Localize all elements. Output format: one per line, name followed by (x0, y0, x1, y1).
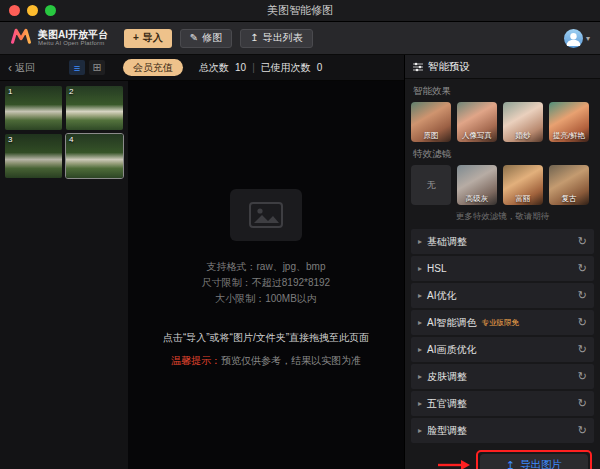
section-facial-features[interactable]: ▸ 五官调整 ↻ (411, 391, 594, 416)
total-count-label: 总次数 (199, 61, 229, 75)
thumbnail-index: 3 (8, 135, 12, 144)
zoom-window-button[interactable] (45, 5, 56, 16)
import-button[interactable]: + 导入 (124, 29, 172, 48)
reset-icon[interactable]: ↻ (578, 289, 587, 302)
annotation-highlight-box: ↥ 导出图片 (476, 450, 592, 469)
smart-effects-row: 原图 人像写真 婚纱 提亮/鲜艳 (411, 102, 594, 142)
smart-effects-label: 智能效果 (413, 85, 592, 98)
filter-tile-advanced-gray[interactable]: 高级灰 (457, 165, 497, 205)
chevron-right-icon: ▸ (418, 372, 422, 381)
chevron-right-icon: ▸ (418, 318, 422, 327)
smart-preset-panel: 智能预设 智能效果 原图 人像写真 婚纱 提亮/鲜艳 特效滤镜 (404, 55, 600, 469)
thumbnail-image (66, 86, 123, 130)
export-area: ↥ 导出图片 (411, 450, 594, 469)
reset-icon[interactable]: ↻ (578, 262, 587, 275)
filter-tile-vintage[interactable]: 复古 (549, 165, 589, 205)
reset-icon[interactable]: ↻ (578, 397, 587, 410)
dimension-spec-line: 尺寸限制：不超过8192*8192 (202, 275, 330, 291)
thumbnail-image (66, 134, 123, 178)
reset-icon[interactable]: ↻ (578, 316, 587, 329)
warm-tip-text: 预览仅供参考，结果以实图为准 (221, 355, 361, 366)
reset-icon[interactable]: ↻ (578, 235, 587, 248)
image-placeholder-icon (230, 189, 302, 241)
reset-icon[interactable]: ↻ (578, 424, 587, 437)
section-face-shape[interactable]: ▸ 脸型调整 ↻ (411, 418, 594, 443)
effect-tile-label: 原图 (411, 131, 451, 141)
effect-tile-label: 婚纱 (503, 131, 543, 141)
close-window-button[interactable] (9, 5, 20, 16)
chevron-right-icon: ▸ (418, 399, 422, 408)
export-icon: ↥ (250, 33, 258, 43)
effect-tile-portrait[interactable]: 人像写真 (457, 102, 497, 142)
section-basic-adjust[interactable]: ▸ 基础调整 ↻ (411, 229, 594, 254)
content-row: 1 2 3 4 (0, 81, 404, 469)
export-list-button[interactable]: ↥ 导出列表 (240, 29, 312, 48)
image-dropzone[interactable]: 支持格式：raw、jpg、bmp 尺寸限制：不超过8192*8192 大小限制：… (128, 81, 404, 469)
warm-tip-line: 温馨提示：预览仅供参考，结果以实图为准 (171, 354, 361, 368)
upload-icon: ↥ (506, 460, 515, 469)
annotation-arrow (438, 459, 470, 469)
app-window: 美图智能修图 美图AI开放平台 Meitu AI O (0, 0, 600, 469)
section-label: 五官调整 (427, 397, 467, 411)
panel-header[interactable]: 智能预设 (405, 55, 600, 79)
thumbnail-index: 2 (69, 87, 73, 96)
effect-tile-wedding[interactable]: 婚纱 (503, 102, 543, 142)
image-library-panel: 1 2 3 4 (0, 81, 128, 469)
section-label: HSL (427, 263, 446, 274)
retouch-button[interactable]: ✎ 修图 (180, 29, 232, 48)
window-controls (9, 5, 56, 16)
thumbnail-image (5, 86, 62, 130)
chevron-right-icon: ▸ (418, 264, 422, 273)
filters-label: 特效滤镜 (413, 148, 592, 161)
panel-title: 智能预设 (428, 60, 470, 74)
minimize-window-button[interactable] (27, 5, 38, 16)
thumbnail-item[interactable]: 3 (5, 134, 62, 178)
member-recharge-button[interactable]: 会员充值 (123, 59, 183, 76)
window-titlebar: 美图智能修图 (0, 0, 600, 22)
section-skin-adjust[interactable]: ▸ 皮肤调整 ↻ (411, 364, 594, 389)
format-spec-line: 支持格式：raw、jpg、bmp (207, 259, 326, 275)
export-image-button[interactable]: ↥ 导出图片 (480, 454, 588, 469)
section-hsl[interactable]: ▸ HSL ↻ (411, 256, 594, 281)
brand-names: 美图AI开放平台 Meitu AI Open Platform (38, 30, 108, 47)
grid-view-icon[interactable]: ⊞ (89, 60, 105, 75)
filter-tile-none[interactable]: 无 (411, 165, 451, 205)
section-ai-optimize[interactable]: ▸ AI优化 ↻ (411, 283, 594, 308)
section-ai-color[interactable]: ▸ AI智能调色 专业版限免 ↻ (411, 310, 594, 335)
effect-tile-brighten[interactable]: 提亮/鲜艳 (549, 102, 589, 142)
workspace-toolbar: ‹ 返回 ≡ ⊞ 会员充值 总次数 10 | 已使用次数 0 (0, 55, 404, 81)
section-label: 脸型调整 (427, 424, 467, 438)
retouch-button-label: 修图 (202, 31, 222, 45)
section-label: AI智能调色 (427, 316, 476, 330)
back-button[interactable]: ‹ 返回 (8, 61, 35, 75)
thumbnail-item-selected[interactable]: 4 (66, 134, 123, 178)
reset-icon[interactable]: ↻ (578, 370, 587, 383)
thumbnail-index: 1 (8, 87, 12, 96)
app-header: 美图AI开放平台 Meitu AI Open Platform + 导入 ✎ 修… (0, 22, 600, 55)
window-title: 美图智能修图 (0, 3, 600, 18)
usage-counts: 总次数 10 | 已使用次数 0 (199, 61, 322, 75)
chevron-right-icon: ▸ (418, 237, 422, 246)
view-mode-toggle: ≡ ⊞ (69, 60, 105, 75)
section-ai-quality[interactable]: ▸ AI画质优化 ↻ (411, 337, 594, 362)
effect-tile-original[interactable]: 原图 (411, 102, 451, 142)
list-view-icon[interactable]: ≡ (69, 60, 85, 75)
export-list-button-label: 导出列表 (263, 31, 303, 45)
total-count-value: 10 (235, 62, 246, 73)
filters-row: 无 高级灰 富丽 复古 (411, 165, 594, 205)
thumbnail-item[interactable]: 1 (5, 86, 62, 130)
section-label: AI画质优化 (427, 343, 476, 357)
account-menu[interactable]: ▾ (564, 29, 590, 48)
main-area: ‹ 返回 ≡ ⊞ 会员充值 总次数 10 | 已使用次数 0 (0, 55, 600, 469)
reset-icon[interactable]: ↻ (578, 343, 587, 356)
chevron-down-icon: ▾ (586, 34, 590, 43)
avatar[interactable] (564, 29, 583, 48)
adjustment-sections: ▸ 基础调整 ↻ ▸ HSL ↻ ▸ AI优化 ↻ (411, 229, 594, 443)
filter-tile-rich[interactable]: 富丽 (503, 165, 543, 205)
chevron-right-icon: ▸ (418, 291, 422, 300)
section-label: 基础调整 (427, 235, 467, 249)
thumbnail-item[interactable]: 2 (66, 86, 123, 130)
brand-name-cn: 美图AI开放平台 (38, 30, 108, 41)
chevron-right-icon: ▸ (418, 426, 422, 435)
drop-hint-line: 点击“导入”或将“图片/文件夹”直接拖拽至此页面 (163, 331, 369, 345)
